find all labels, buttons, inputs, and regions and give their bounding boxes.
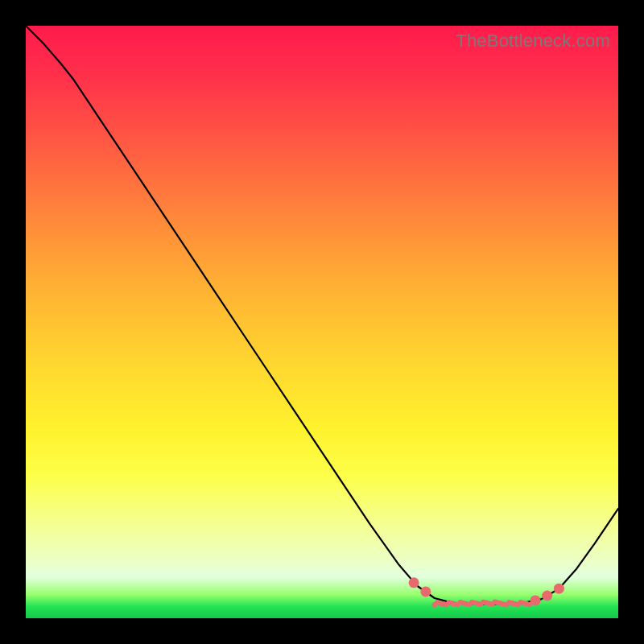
plot-area: TheBottleneck.com xyxy=(26,26,618,618)
curve-layer xyxy=(26,26,618,618)
bottleneck-curve xyxy=(26,26,618,604)
curve-marker-dot xyxy=(420,586,431,597)
valley-scatter-dot xyxy=(526,602,532,608)
curve-marker-dot xyxy=(542,591,552,601)
chart-frame: TheBottleneck.com xyxy=(0,0,644,644)
curve-marker-dot xyxy=(409,577,419,588)
curve-marker-dot xyxy=(554,584,564,594)
